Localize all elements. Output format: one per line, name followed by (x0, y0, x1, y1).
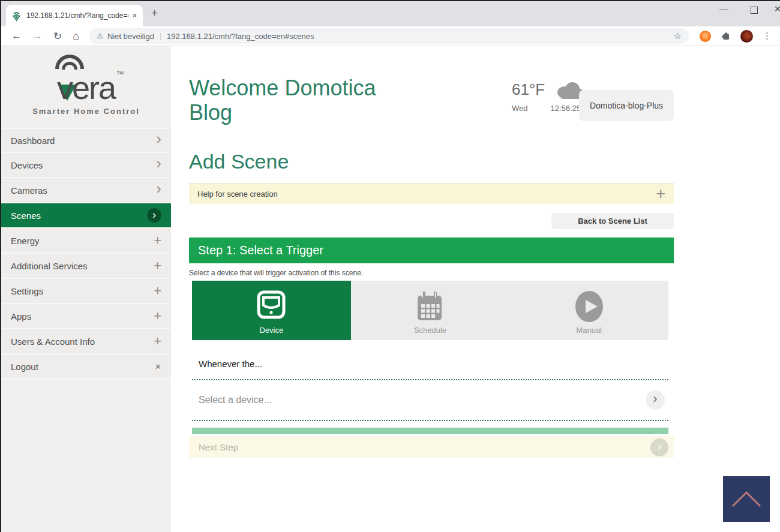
vera-logo: vera TM Smarter Home Control (1, 46, 171, 128)
sidebar-menu: Dashboard › Devices › Cameras › Scenes ›… (1, 128, 171, 380)
welcome-heading: Welcome Domotica Blog (189, 46, 423, 125)
whenever-label: Whenever the... (189, 359, 674, 369)
plus-icon: + (154, 233, 161, 248)
plus-icon: + (154, 333, 161, 349)
page-title: Add Scene (189, 150, 674, 173)
forward-icon: → (32, 30, 43, 42)
progress-bar (192, 428, 668, 434)
sidebar-item-dashboard[interactable]: Dashboard › (1, 128, 171, 153)
browser-tab[interactable]: 192.168.1.21/cmh/?lang_code=e ✕ (6, 5, 143, 26)
chevron-right-icon: › (156, 133, 161, 148)
step-header: Step 1: Select a Trigger (189, 238, 674, 263)
window-close-button[interactable]: ✕ (774, 4, 780, 14)
sidebar-item-energy[interactable]: Energy + (1, 229, 171, 254)
help-bar[interactable]: Help for scene creation + (189, 184, 674, 204)
next-step-button[interactable]: Next Step › (189, 436, 674, 458)
sidebar-item-settings[interactable]: Settings + (1, 279, 171, 304)
browser-toolbar: ← → ↻ ⌂ ⚠ Niet beveiligd | 192.168.1.21/… (1, 26, 780, 46)
tab-title: 192.168.1.21/cmh/?lang_code=e (26, 11, 128, 20)
device-icon (254, 290, 289, 321)
extension-icon-orange[interactable] (700, 31, 711, 42)
tab-close-icon[interactable]: ✕ (132, 12, 137, 20)
sidebar-item-devices[interactable]: Devices › (1, 153, 171, 178)
vera-favicon (11, 11, 22, 21)
url-divider: | (160, 32, 161, 40)
chevron-up-icon (723, 476, 770, 522)
sidebar-item-cameras[interactable]: Cameras › (1, 178, 171, 203)
logo-tagline: Smarter Home Control (32, 107, 140, 116)
sidebar-item-label: Apps (11, 311, 31, 321)
new-tab-button[interactable]: + (151, 7, 158, 20)
sidebar-item-label: Users & Account Info (11, 336, 95, 347)
plus-icon: + (154, 283, 161, 299)
scroll-to-top-button[interactable] (723, 476, 770, 522)
help-expand-icon[interactable]: + (656, 186, 665, 202)
chevron-right-icon: › (650, 438, 668, 456)
trigger-tab-schedule[interactable]: Schedule (351, 281, 510, 340)
plus-icon: + (154, 258, 161, 273)
window-minimize-button[interactable]: — (719, 4, 728, 14)
chevron-right-circle-icon: › (147, 208, 161, 223)
sidebar-item-label: Cameras (11, 185, 47, 196)
sidebar-item-additional-services[interactable]: Additional Services + (1, 254, 171, 279)
clock-time: 12:56:25 (551, 104, 581, 113)
controller-select-button[interactable]: Domotica-blog-Plus (579, 90, 674, 121)
trigger-tab-label: Manual (576, 326, 602, 335)
sidebar-item-label: Settings (11, 286, 43, 296)
browser-menu-icon[interactable]: ⋮ (763, 31, 772, 41)
temperature-value: 61°F (512, 80, 545, 99)
trigger-tab-label: Device (259, 326, 283, 335)
schedule-calendar-icon (415, 290, 445, 323)
sidebar-item-label: Logout (11, 362, 38, 372)
step-header-label: Step 1: Select a Trigger (198, 244, 323, 257)
sidebar-item-label: Scenes (11, 211, 41, 221)
url-text: 192.168.1.21/cmh/?lang_code=en#scenes (167, 32, 314, 41)
security-label: Niet beveiligd (107, 32, 154, 41)
back-to-scene-list-button[interactable]: Back to Scene List (551, 213, 674, 229)
logo-trademark: TM (116, 70, 124, 76)
device-select-row[interactable]: Select a device... › (192, 380, 668, 420)
bookmark-star-icon[interactable]: ☆ (674, 31, 682, 41)
sidebar-item-logout[interactable]: Logout ✕ (1, 354, 171, 380)
device-select-placeholder: Select a device... (199, 395, 272, 405)
trigger-tab-label: Schedule (414, 326, 446, 335)
address-bar[interactable]: ⚠ Niet beveiligd | 192.168.1.21/cmh/?lan… (89, 28, 689, 44)
close-icon: ✕ (155, 362, 161, 371)
chevron-right-icon[interactable]: › (646, 390, 665, 410)
sidebar: vera TM Smarter Home Control Dashboard ›… (1, 46, 171, 532)
sidebar-item-label: Dashboard (11, 136, 55, 146)
trigger-tab-device[interactable]: Device (192, 281, 351, 340)
profile-avatar[interactable] (740, 30, 753, 43)
step-description: Select a device that will trigger activa… (189, 269, 674, 277)
plus-icon: + (154, 308, 161, 324)
chevron-right-icon: › (156, 183, 161, 197)
sidebar-item-apps[interactable]: Apps + (1, 304, 171, 329)
sidebar-item-label: Devices (11, 160, 43, 170)
trigger-type-tabs: Device Sched (192, 281, 668, 340)
dotted-divider (192, 420, 668, 421)
refresh-icon[interactable]: ↻ (53, 30, 62, 43)
page-header: Welcome Domotica Blog 61°F Wed 12:56:25 … (189, 46, 674, 140)
manual-play-icon (573, 290, 605, 323)
trigger-tab-manual[interactable]: Manual (509, 281, 668, 340)
not-secure-warning-icon: ⚠ (97, 32, 103, 40)
sidebar-item-label: Energy (11, 236, 40, 246)
next-step-label: Next Step (199, 442, 238, 452)
weather-widget: 61°F (512, 79, 586, 100)
chevron-right-icon: › (156, 158, 161, 172)
extensions-puzzle-icon[interactable] (721, 31, 731, 41)
browser-tab-strip: 192.168.1.21/cmh/?lang_code=e ✕ + — ✕ (1, 1, 780, 26)
logo-brand-text: vera (57, 70, 115, 106)
weekday-label: Wed (512, 104, 528, 113)
home-icon[interactable]: ⌂ (73, 30, 79, 43)
main-content: Welcome Domotica Blog 61°F Wed 12:56:25 … (171, 46, 780, 532)
sidebar-item-label: Additional Services (11, 261, 88, 271)
sidebar-item-scenes[interactable]: Scenes › (1, 203, 171, 229)
help-bar-label: Help for scene creation (197, 190, 278, 199)
sidebar-item-users-account-info[interactable]: Users & Account Info + (1, 329, 171, 354)
window-maximize-button[interactable] (751, 7, 758, 14)
back-icon[interactable]: ← (11, 30, 22, 42)
